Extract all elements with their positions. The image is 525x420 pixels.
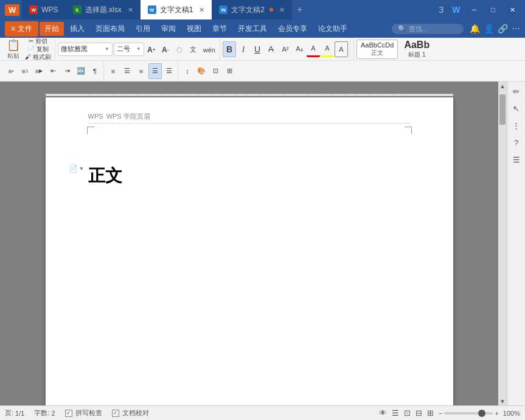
- paragraph-mark-button[interactable]: ¶: [88, 63, 102, 79]
- zoom-slider[interactable]: [444, 412, 493, 415]
- right-sidebar-edit-button[interactable]: ✏: [509, 84, 524, 99]
- distribute-button[interactable]: ☰: [162, 63, 176, 79]
- font-size-selector[interactable]: 二号 ▼: [114, 43, 144, 56]
- table-button[interactable]: ⊞: [223, 63, 236, 79]
- eye-icon[interactable]: 👁: [379, 408, 387, 418]
- body-content[interactable]: 正文: [88, 164, 411, 187]
- right-sidebar-cursor-button[interactable]: ↖: [509, 101, 524, 116]
- vertical-scrollbar[interactable]: ▲ ▼: [498, 82, 507, 405]
- menu-item-layout[interactable]: 页面布局: [91, 22, 130, 36]
- copy-button[interactable]: 📄 复制: [23, 46, 53, 53]
- close-button[interactable]: ✕: [505, 4, 520, 16]
- bold-button[interactable]: B: [223, 41, 236, 57]
- paragraph-icon-area[interactable]: 📄 ▼: [69, 164, 85, 173]
- menu-item-paper[interactable]: 论文助手: [313, 22, 352, 36]
- wps-logo[interactable]: W: [5, 4, 19, 16]
- align-center-button[interactable]: ☰: [120, 63, 134, 79]
- right-sidebar-comment-button[interactable]: ☰: [509, 152, 524, 167]
- notification-icon[interactable]: 🔔: [470, 24, 480, 33]
- doc-check-checkbox[interactable]: ✓: [112, 410, 119, 417]
- superscript-button[interactable]: A²: [279, 41, 292, 57]
- doc-scroll[interactable]: WPS WPS 学院页眉 📄 ▼ 正文: [0, 82, 498, 405]
- maximize-button[interactable]: □: [486, 4, 500, 16]
- pinyin-button[interactable]: wén: [201, 42, 218, 58]
- cut-button[interactable]: ✂ 剪切: [23, 38, 53, 45]
- layout3-icon[interactable]: ⊟: [415, 408, 422, 418]
- align-right-button[interactable]: ≡: [134, 63, 148, 79]
- underline-button[interactable]: U: [251, 41, 264, 57]
- menu-item-start[interactable]: 开始: [40, 22, 64, 36]
- layout4-icon[interactable]: ⊞: [427, 408, 434, 418]
- share-icon[interactable]: 🔗: [498, 24, 508, 33]
- format-brush-button[interactable]: 🖌 格式刷: [23, 54, 53, 61]
- list-bullet-button[interactable]: ≡•: [4, 63, 18, 79]
- tab-doc1[interactable]: W 文字文稿1 ✕: [141, 0, 212, 19]
- font-name-selector[interactable]: 微软雅黑 ▼: [58, 43, 113, 56]
- add-tab-button[interactable]: +: [292, 0, 307, 19]
- subscript-button[interactable]: A₂: [293, 41, 306, 57]
- wencao-button[interactable]: 文: [187, 42, 200, 58]
- more-icon[interactable]: ⋯: [512, 24, 520, 33]
- tab-close-doc1[interactable]: ✕: [199, 6, 204, 14]
- menu-item-review[interactable]: 审阅: [156, 22, 181, 36]
- strikethrough-button[interactable]: A̶: [265, 41, 278, 57]
- search-input[interactable]: [409, 25, 457, 32]
- line-spacing-button[interactable]: ↕: [181, 63, 194, 79]
- zoom-out-button[interactable]: −: [439, 410, 442, 417]
- sort-button[interactable]: 🔤: [74, 63, 88, 79]
- zoom-in-button[interactable]: +: [495, 410, 498, 417]
- menu-item-ref[interactable]: 引用: [131, 22, 155, 36]
- indent-button[interactable]: ⇥: [60, 63, 74, 79]
- zoom-thumb[interactable]: [478, 410, 485, 417]
- menu-item-insert[interactable]: 插入: [65, 22, 89, 36]
- layout2-icon[interactable]: ⊡: [404, 408, 411, 418]
- highlight-button[interactable]: A: [321, 41, 334, 57]
- border-button[interactable]: ⊡: [209, 63, 222, 79]
- menu-item-chapter[interactable]: 章节: [207, 22, 232, 36]
- scroll-down-button[interactable]: ▼: [498, 397, 507, 405]
- search-box[interactable]: 🔍: [392, 24, 464, 34]
- menu-item-view[interactable]: 视图: [182, 22, 206, 36]
- style-normal-button[interactable]: AaBbCcDd 正文: [356, 40, 398, 59]
- menu-file-button[interactable]: ≡ 文件: [5, 21, 38, 37]
- scroll-thumb[interactable]: [499, 94, 506, 125]
- font-color-button[interactable]: A: [307, 41, 320, 57]
- scroll-up-button[interactable]: ▲: [498, 82, 507, 90]
- font-name-arrow: ▼: [105, 46, 110, 52]
- tab-xlsx[interactable]: S 选择题.xlsx ✕: [66, 0, 141, 19]
- outdent-button[interactable]: ⇤: [46, 63, 60, 79]
- tab-wps[interactable]: W WPS: [22, 0, 65, 19]
- minimize-button[interactable]: ─: [467, 4, 482, 16]
- menu-item-vip[interactable]: 会员专享: [273, 22, 312, 36]
- title-icon-1[interactable]: 3: [437, 5, 446, 15]
- doc-check-status[interactable]: ✓ 文档校对: [112, 408, 149, 418]
- list-num-button[interactable]: ≡1: [18, 63, 32, 79]
- tab-close-xlsx[interactable]: ✕: [128, 6, 133, 14]
- user-icon[interactable]: 👤: [484, 24, 494, 33]
- align-left-button[interactable]: ≡: [106, 63, 120, 79]
- doc-page[interactable]: WPS WPS 学院页眉 📄 ▼ 正文: [46, 97, 453, 405]
- scroll-track[interactable]: [499, 91, 506, 396]
- body-text[interactable]: 正文: [88, 164, 411, 187]
- char-border-button[interactable]: A: [335, 41, 348, 57]
- list-multi-button[interactable]: ≡▶: [32, 63, 46, 79]
- spell-check-status[interactable]: ✓ 拼写检查: [65, 408, 102, 418]
- tab-close-doc2[interactable]: ✕: [279, 6, 285, 14]
- word-count-value: 2: [51, 410, 55, 417]
- style-heading1-button[interactable]: AaBb 标题 1: [400, 38, 433, 60]
- align-justify-button[interactable]: ☰: [148, 63, 162, 79]
- font-shrink-button[interactable]: A-: [159, 42, 172, 58]
- font-grow-button[interactable]: A+: [145, 42, 158, 58]
- spell-check-checkbox[interactable]: ✓: [65, 410, 72, 417]
- clear-format-button[interactable]: ◌: [173, 42, 186, 58]
- right-sidebar-help-button[interactable]: ?: [509, 135, 524, 150]
- paste-button[interactable]: 📋 粘贴: [4, 41, 23, 57]
- menu-item-dev[interactable]: 开发工具: [233, 22, 272, 36]
- right-sidebar-more-button[interactable]: ⋮: [509, 118, 524, 133]
- shading-button[interactable]: 🎨: [195, 63, 208, 79]
- layout1-icon[interactable]: ☰: [392, 408, 399, 418]
- styles-area: AaBbCcDd 正文 AaBb 标题 1: [353, 38, 433, 60]
- paragraph-dropdown[interactable]: ▼: [79, 166, 85, 172]
- tab-doc2[interactable]: W 文字文稿2 ✕: [212, 0, 292, 19]
- italic-button[interactable]: I: [237, 41, 250, 57]
